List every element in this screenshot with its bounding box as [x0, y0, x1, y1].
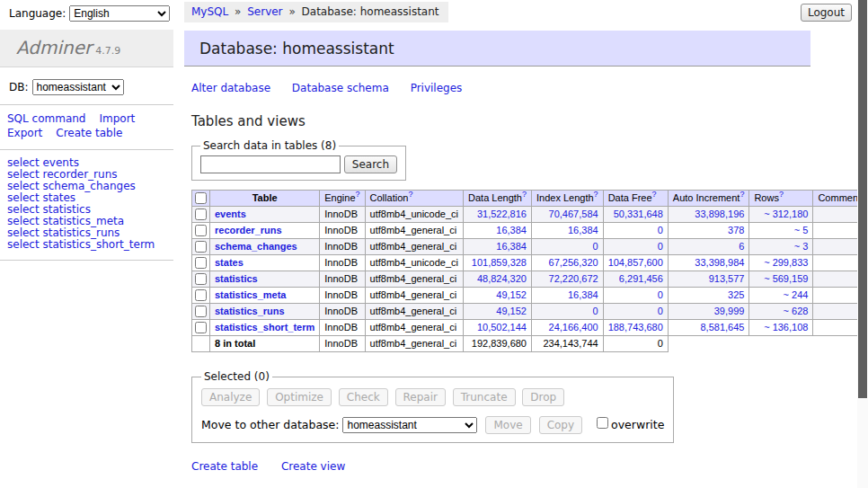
table-link[interactable]: schema_changes — [215, 241, 297, 252]
table-link[interactable]: events — [215, 209, 246, 219]
language-select[interactable]: English — [69, 5, 170, 22]
help-link[interactable]: ? — [408, 190, 412, 199]
index-length-cell: 0 — [531, 239, 603, 255]
rows-cell-link[interactable]: ~ 569,159 — [764, 273, 808, 284]
help-link[interactable]: ? — [522, 190, 527, 199]
auto-increment-cell-link[interactable]: 8,581,645 — [700, 322, 744, 333]
data-length-cell-link[interactable]: 48,824,320 — [477, 273, 527, 284]
breadcrumb-link-mysql[interactable]: MySQL — [191, 5, 228, 18]
create-table-link-sidebar[interactable]: Create table — [56, 127, 122, 139]
data-free-cell-link[interactable]: 0 — [658, 241, 663, 252]
auto-increment-cell-link[interactable]: 6 — [739, 241, 744, 252]
index-length-cell-link[interactable]: 67,256,320 — [549, 257, 598, 268]
rows-cell-link[interactable]: ~ 312,180 — [764, 209, 808, 219]
import-link[interactable]: Import — [99, 112, 135, 125]
data-free-cell-link[interactable]: 0 — [658, 225, 663, 235]
row-select-checkbox[interactable] — [195, 322, 207, 333]
row-select-checkbox[interactable] — [195, 289, 207, 301]
row-select-checkbox[interactable] — [195, 225, 207, 236]
move-database-select[interactable]: homeassistant — [342, 417, 477, 433]
rows-cell-link[interactable]: ~ 136,108 — [764, 322, 808, 333]
rows-cell-link[interactable]: ~ 5 — [794, 225, 809, 235]
data-length-cell-link[interactable]: 101,859,328 — [472, 257, 527, 268]
data-free-cell-link[interactable]: 104,857,600 — [608, 257, 663, 268]
help-link[interactable]: ? — [779, 190, 784, 199]
create-view-link[interactable]: Create view — [281, 460, 345, 473]
search-input[interactable] — [200, 155, 341, 173]
overwrite-label[interactable]: overwrite — [611, 418, 664, 431]
database-schema-link[interactable]: Database schema — [292, 82, 389, 94]
index-length-cell-link[interactable]: 70,467,584 — [549, 209, 598, 219]
index-length-cell-link[interactable]: 72,220,672 — [549, 273, 598, 284]
rows-cell-link[interactable]: ~ 244 — [784, 289, 809, 300]
help-link[interactable]: ? — [594, 190, 598, 199]
create-table-link[interactable]: Create table — [191, 460, 258, 473]
index-length-cell-link[interactable]: 16,384 — [568, 225, 598, 235]
data-free-cell-link[interactable]: 6,291,456 — [619, 273, 663, 284]
column-label: Data Free — [608, 192, 652, 203]
data-free-cell-link[interactable]: 0 — [658, 289, 663, 300]
row-select-checkbox[interactable] — [195, 273, 207, 285]
auto-increment-cell-link[interactable]: 33,398,984 — [695, 257, 744, 268]
truncate-button[interactable]: Truncate — [453, 388, 516, 406]
table-link[interactable]: statistics_meta — [215, 289, 287, 300]
data-length-cell-link[interactable]: 16,384 — [496, 225, 527, 235]
auto-increment-cell: 39,999 — [668, 304, 749, 320]
index-length-cell-link[interactable]: 16,384 — [568, 289, 598, 300]
data-free-cell-link[interactable]: 50,331,648 — [614, 209, 663, 219]
auto-increment-cell-link[interactable]: 913,577 — [709, 273, 745, 284]
overwrite-checkbox[interactable] — [597, 417, 608, 429]
alter-database-link[interactable]: Alter database — [191, 82, 270, 94]
index-length-cell-link[interactable]: 0 — [593, 241, 598, 252]
data-length-cell: 16,384 — [464, 239, 532, 255]
data-length-cell-link[interactable]: 16,384 — [496, 241, 527, 252]
table-link[interactable]: statistics_short_term — [215, 322, 314, 333]
move-button[interactable]: Move — [485, 416, 530, 434]
search-button[interactable]: Search — [344, 155, 397, 173]
check-button[interactable]: Check — [339, 388, 388, 406]
data-length-cell-link[interactable]: 49,152 — [496, 306, 527, 316]
select-all-checkbox[interactable] — [195, 192, 207, 204]
data-free-cell-link[interactable]: 0 — [658, 306, 663, 316]
breadcrumb-link-server[interactable]: Server — [247, 5, 282, 18]
auto-increment-cell-link[interactable]: 378 — [728, 225, 744, 235]
table-link[interactable]: statistics_runs — [215, 306, 285, 316]
row-select-checkbox[interactable] — [195, 209, 207, 220]
row-select-checkbox[interactable] — [195, 241, 207, 253]
export-link[interactable]: Export — [7, 127, 42, 139]
total-collation-cell: utf8mb4_general_ci — [365, 336, 463, 352]
optimize-button[interactable]: Optimize — [267, 388, 332, 406]
logout-button[interactable]: Logout — [801, 4, 852, 22]
data-length-cell-link[interactable]: 31,522,816 — [477, 209, 527, 219]
repair-button[interactable]: Repair — [395, 388, 446, 406]
auto-increment-cell-link[interactable]: 39,999 — [714, 306, 745, 316]
scrollbar[interactable] — [857, 0, 868, 488]
rows-cell-link[interactable]: ~ 3 — [794, 241, 809, 252]
analyze-button[interactable]: Analyze — [201, 388, 260, 406]
index-length-cell-link[interactable]: 0 — [593, 306, 598, 316]
db-select[interactable]: homeassistant — [32, 79, 124, 95]
table-link[interactable]: recorder_runs — [215, 225, 282, 235]
scrollbar-thumb[interactable] — [858, 0, 867, 398]
drop-button[interactable]: Drop — [522, 388, 564, 406]
copy-button[interactable]: Copy — [539, 416, 582, 434]
rows-cell-link[interactable]: ~ 628 — [784, 306, 809, 316]
table-row: eventsInnoDButf8mb4_unicode_ci31,522,816… — [192, 207, 868, 223]
sql-command-link[interactable]: SQL command — [7, 112, 85, 125]
auto-increment-cell-link[interactable]: 33,898,196 — [695, 209, 744, 219]
row-select-checkbox[interactable] — [195, 306, 207, 317]
help-link[interactable]: ? — [652, 190, 657, 199]
privileges-link[interactable]: Privileges — [411, 82, 463, 94]
table-link[interactable]: statistics — [215, 273, 258, 284]
index-length-cell-link[interactable]: 24,166,400 — [549, 322, 598, 333]
row-select-checkbox[interactable] — [195, 257, 207, 269]
auto-increment-cell-link[interactable]: 325 — [728, 289, 744, 300]
rows-cell-link[interactable]: ~ 299,833 — [764, 257, 808, 268]
data-length-cell-link[interactable]: 10,502,144 — [477, 322, 527, 333]
sidebar-item-select-statistics-short-term[interactable]: select statistics_short_term — [7, 239, 173, 251]
data-free-cell-link[interactable]: 188,743,680 — [608, 322, 663, 333]
help-link[interactable]: ? — [356, 190, 360, 199]
table-link[interactable]: states — [215, 257, 244, 268]
data-length-cell-link[interactable]: 49,152 — [496, 289, 527, 300]
help-link[interactable]: ? — [740, 190, 744, 199]
